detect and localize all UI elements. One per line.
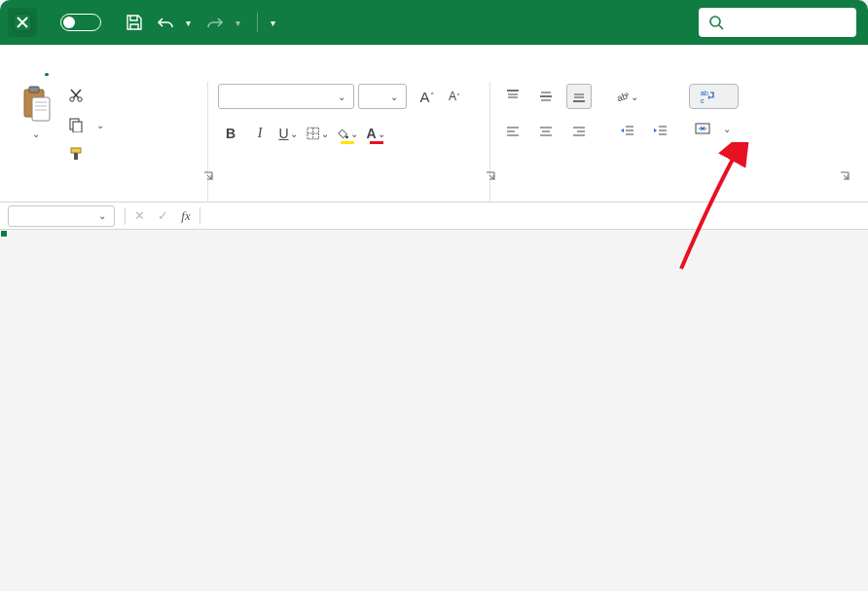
tab-page-layout[interactable] [88,64,115,78]
borders-button[interactable]: ⌄ [306,121,331,146]
tab-view[interactable] [197,64,224,78]
cut-button[interactable] [68,84,106,107]
clipboard-launcher-icon[interactable] [202,170,214,182]
increase-font-icon[interactable]: A˄ [415,84,440,109]
svg-line-2 [719,25,723,29]
tab-formulas[interactable] [115,64,142,78]
font-color-button[interactable]: A⌄ [364,121,389,146]
svg-rect-4 [29,87,39,92]
redo-icon[interactable] [203,11,227,34]
alignment-launcher-icon[interactable] [839,170,850,182]
svg-rect-14 [73,122,82,132]
fill-color-button[interactable]: ⌄ [335,121,360,146]
font-launcher-icon[interactable] [485,170,496,182]
svg-text:ab: ab [701,90,708,96]
group-label-alignment [500,180,858,190]
paintbrush-icon [68,146,84,162]
undo-icon[interactable] [154,11,177,34]
paste-dropdown[interactable]: ⌄ [32,129,42,139]
svg-rect-15 [71,148,81,153]
cancel-formula-icon[interactable]: ✕ [127,205,151,227]
scissors-icon [68,88,84,103]
tab-data[interactable] [142,64,169,78]
fx-icon[interactable]: fx [174,205,198,227]
svg-rect-5 [32,97,50,121]
save-icon[interactable] [123,11,146,34]
format-painter-button[interactable] [68,142,106,166]
tab-home[interactable] [33,64,60,78]
italic-button[interactable]: I [247,121,272,146]
svg-text:ab: ab [616,90,630,103]
search-box[interactable] [699,8,856,37]
underline-button[interactable]: U⌄ [276,121,302,146]
align-center-icon[interactable] [533,119,559,144]
tab-insert[interactable] [60,64,88,78]
ribbon-tab-strip [0,45,868,78]
wrap-text-button[interactable]: abc [689,84,739,109]
group-label-font [218,180,480,190]
title-bar: ▾ ▾ ▾ [0,0,868,45]
excel-app-icon [8,8,37,37]
align-right-icon[interactable] [566,119,592,144]
paste-icon[interactable] [17,84,55,127]
search-icon [708,15,724,30]
autosave-toggle[interactable] [54,14,101,31]
tab-help[interactable] [224,64,251,78]
align-middle-icon[interactable] [533,84,559,109]
svg-rect-16 [74,153,78,160]
svg-text:c: c [701,97,705,104]
orientation-button[interactable]: ab⌄ [615,84,640,109]
align-bottom-icon[interactable] [566,84,592,109]
quick-access-toolbar: ▾ ▾ ▾ [123,11,280,34]
merge-icon [695,121,710,136]
font-size-dropdown[interactable]: ⌄ [358,84,407,109]
enter-formula-icon[interactable]: ✓ [151,205,174,227]
group-alignment: ab⌄ abc ⌄ [490,82,868,202]
copy-button[interactable]: ⌄ [68,113,106,136]
wrap-text-icon: abc [700,89,715,104]
bold-button[interactable]: B [218,121,243,146]
ribbon: ⌄ ⌄ [0,78,868,203]
merge-center-button[interactable]: ⌄ [689,117,739,140]
font-name-dropdown[interactable]: ⌄ [218,84,354,109]
align-top-icon[interactable] [500,84,525,109]
increase-indent-icon[interactable] [648,119,673,144]
decrease-indent-icon[interactable] [615,119,640,144]
tab-review[interactable] [169,64,197,78]
toggle-switch[interactable] [60,14,101,31]
name-box[interactable]: ⌄ [8,205,115,227]
copy-icon [68,117,84,132]
group-label-clipboard [10,180,198,190]
formula-bar: ⌄ ✕ ✓ fx [0,203,868,230]
tab-file[interactable] [6,64,33,78]
group-font: ⌄ ⌄ A˄ A˅ B I U⌄ ⌄ ⌄ A⌄ [208,82,490,202]
group-clipboard: ⌄ ⌄ [0,82,208,202]
svg-point-1 [710,17,720,26]
decrease-font-icon[interactable]: A˅ [442,84,467,109]
svg-point-20 [345,135,348,138]
align-left-icon[interactable] [500,119,525,144]
